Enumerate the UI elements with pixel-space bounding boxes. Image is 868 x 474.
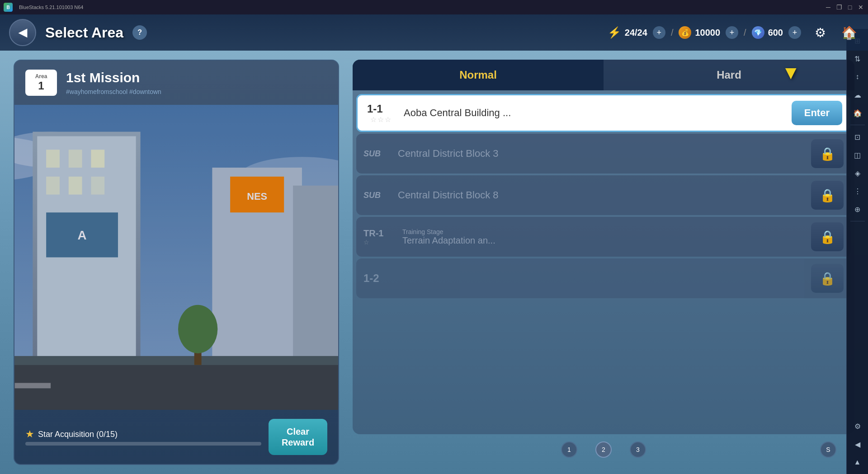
sidebar-up-icon[interactable]: ▲: [849, 454, 866, 470]
star-text: Star Acquisition (0/15): [38, 430, 118, 439]
tab-hard[interactable]: Hard: [604, 60, 854, 90]
mission-panel: Area 1 1st Mission #wayhomefromschool #d…: [14, 60, 339, 465]
settings-icon: ⚙: [815, 25, 826, 40]
sidebar-icon-3[interactable]: ↕: [849, 69, 866, 85]
area-badge: Area 1: [25, 70, 57, 96]
gem-display: 600: [768, 28, 783, 38]
close-button[interactable]: ✕: [857, 4, 864, 11]
maximize-button[interactable]: □: [846, 4, 854, 11]
back-button[interactable]: ◀: [9, 19, 36, 46]
mission-name: 1st Mission: [66, 70, 327, 85]
mission-tags: #wayhomefromschool #downtown: [66, 88, 327, 95]
gem-icon: 💎: [752, 26, 764, 39]
page-dot-2[interactable]: 2: [595, 441, 612, 458]
lock-icon-sub-8: 🔒: [811, 181, 844, 210]
enter-button-1-1[interactable]: Enter: [792, 101, 842, 125]
stage-number-1-2: 1-2: [363, 272, 391, 285]
gold-icon: 💰: [679, 26, 691, 39]
home-button[interactable]: 🏠: [839, 23, 859, 42]
stage-name-sub-8: Central District Block 8: [398, 189, 804, 201]
star-icon: ★: [25, 428, 34, 440]
page-title: Select Area: [45, 24, 123, 41]
tab-normal[interactable]: Normal: [353, 60, 604, 90]
area-number: 1: [38, 80, 44, 92]
sidebar-icon-9[interactable]: ⋮: [849, 183, 866, 199]
home-icon: 🏠: [841, 25, 857, 40]
sidebar-icon-10[interactable]: ⊕: [849, 201, 866, 217]
question-icon: ?: [137, 28, 142, 37]
bluestacks-icon: B: [4, 3, 13, 12]
energy-icon: ⚡: [608, 26, 621, 39]
app-title: BlueStacks 5.21.101003 N64: [19, 5, 84, 10]
mission-info: 1st Mission #wayhomefromschool #downtown: [66, 70, 327, 95]
top-bar: ◀ Select Area ? ⚡ 24/24 + / 💰 10000 + / …: [0, 14, 868, 51]
stage-item-sub-8: SUB Central District Block 8 🔒: [356, 175, 851, 215]
star-section: ★ Star Acquisition (0/15): [25, 428, 261, 446]
app-logo: B BlueStacks 5.21.101003 N64: [4, 3, 84, 12]
gem-add-button[interactable]: +: [788, 26, 801, 39]
progress-bar: [25, 442, 261, 446]
stage-name-sub-3: Central District Block 3: [398, 148, 804, 160]
sidebar-icon-2[interactable]: ⇅: [849, 51, 866, 67]
lock-icon-sub-3: 🔒: [811, 139, 844, 168]
help-button[interactable]: ?: [132, 25, 147, 40]
svg-rect-35: [14, 105, 338, 410]
right-sidebar: ⊞ ⇅ ↕ ☁ 🏠 ⊡ ◫ ◈ ⋮ ⊕ ⚙ ◀ ▲: [846, 29, 868, 474]
sidebar-icon-4[interactable]: ☁: [849, 87, 866, 103]
stage-number-sub-3: SUB: [363, 149, 391, 159]
mission-header: Area 1 1st Mission #wayhomefromschool #d…: [14, 61, 338, 105]
stage-item-sub-3: SUB Central District Block 3 🔒: [356, 134, 851, 174]
resource-group: ⚡ 24/24 + / 💰 10000 + / 💎 600 +: [608, 26, 801, 39]
sidebar-settings-icon[interactable]: ⚙: [849, 418, 866, 434]
energy-add-button[interactable]: +: [653, 26, 665, 39]
stage-item-1-1[interactable]: 1-1 ☆ ☆ ☆ Aoba Central Building ... Ente…: [356, 94, 851, 132]
stage-star-tr: ☆: [363, 239, 395, 246]
mission-footer: ★ Star Acquisition (0/15) ClearReward: [14, 410, 338, 464]
star-acquisition: ★ Star Acquisition (0/15): [25, 428, 261, 440]
back-icon: ◀: [19, 26, 27, 39]
page-dot-3[interactable]: 3: [630, 441, 646, 458]
stage-number-tr-1: TR-1: [363, 228, 395, 239]
arrow-down-indicator: ▼: [781, 62, 800, 84]
sidebar-icon-8[interactable]: ◈: [849, 165, 866, 181]
lock-icon-tr-1: 🔒: [811, 222, 844, 251]
lock-icon-1-2: 🔒: [811, 264, 844, 293]
window-controls: ─ ❐ □ ✕: [825, 4, 864, 11]
stage-number-sub-8: SUB: [363, 191, 391, 200]
gem-resource: 💎 600: [752, 26, 783, 39]
stage-stars-1-1: ☆ ☆ ☆: [370, 115, 391, 124]
minimize-button[interactable]: ─: [825, 4, 832, 11]
area-label: Area: [35, 73, 47, 80]
stage-item-tr-1: TR-1 ☆ Training Stage Terrain Adaptation…: [356, 217, 851, 257]
settings-button[interactable]: ⚙: [810, 23, 830, 42]
sidebar-icon-5[interactable]: 🏠: [849, 105, 866, 121]
sidebar-icon-7[interactable]: ◫: [849, 147, 866, 163]
stage-name-tr-1: Training Stage Terrain Adaptation an...: [402, 228, 804, 246]
gold-display: 10000: [695, 28, 720, 38]
sidebar-divider-1: [850, 125, 865, 125]
page-dot-1[interactable]: 1: [561, 441, 577, 458]
stage-number-1-1: 1-1: [367, 103, 394, 115]
energy-resource: ⚡ 24/24: [608, 26, 647, 39]
sidebar-divider-2: [850, 221, 865, 221]
stage-name-1-1: Aoba Central Building ...: [404, 107, 784, 119]
mission-image: A KNR NES: [14, 105, 338, 410]
main-content: Area 1 1st Mission #wayhomefromschool #d…: [0, 51, 868, 474]
pagination: 1 2 3 S: [353, 434, 854, 465]
stages-list: 1-1 ☆ ☆ ☆ Aoba Central Building ... Ente…: [353, 90, 854, 434]
sidebar-back-icon[interactable]: ◀: [849, 436, 866, 452]
energy-display: 24/24: [625, 28, 647, 38]
difficulty-tabs: Normal Hard ▼: [353, 60, 854, 90]
sidebar-icon-6[interactable]: ⊡: [849, 129, 866, 145]
gold-resource: 💰 10000: [679, 26, 720, 39]
stage-item-1-2: 1-2 🔒: [356, 258, 851, 298]
restore-button[interactable]: ❐: [835, 4, 843, 11]
gold-add-button[interactable]: +: [726, 26, 738, 39]
clear-reward-button[interactable]: ClearReward: [269, 419, 327, 455]
game-area: ◀ Select Area ? ⚡ 24/24 + / 💰 10000 + / …: [0, 14, 868, 474]
stage-panel: Normal Hard ▼ 1-1 ☆ ☆ ☆: [353, 60, 854, 465]
page-dot-s[interactable]: S: [820, 441, 836, 458]
titlebar: B BlueStacks 5.21.101003 N64 ─ ❐ □ ✕: [0, 0, 868, 14]
